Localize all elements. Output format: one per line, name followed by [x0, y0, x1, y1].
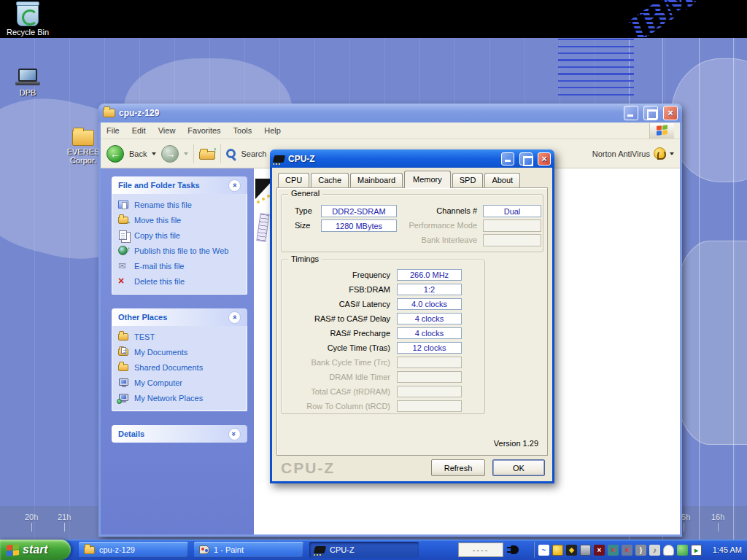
- file-tasks-body: Rename this file → Move this file Copy t…: [112, 194, 247, 295]
- timing-value: [397, 357, 462, 368]
- place-my-documents[interactable]: My Documents: [118, 347, 244, 357]
- chevron-up-icon[interactable]: »: [228, 179, 241, 192]
- back-icon[interactable]: ←: [107, 145, 124, 163]
- taskbar: start cpu-z-129 1 - Paint CPU-Z ---- ~ ◆…: [0, 540, 747, 560]
- chevron-down-icon[interactable]: »: [228, 428, 241, 440]
- explorer-titlebar[interactable]: cpu-z-129 ×: [98, 104, 682, 122]
- place-shared-documents[interactable]: Shared Documents: [118, 362, 244, 373]
- channels-label: Channels #: [404, 205, 477, 217]
- menu-view[interactable]: View: [158, 126, 176, 135]
- refresh-button[interactable]: Refresh: [431, 459, 485, 476]
- search-icon[interactable]: [226, 149, 236, 158]
- place-test[interactable]: TEST: [118, 332, 244, 342]
- ibm-logo-stripes: [557, 0, 747, 38]
- tray-remote-audio-icon[interactable]: ): [635, 545, 646, 556]
- tray-volume-icon[interactable]: ♪: [649, 545, 660, 556]
- recycle-bin-icon: [17, 3, 39, 26]
- file-tasks-header[interactable]: File and Folder Tasks »: [112, 176, 247, 194]
- task-publish-file[interactable]: ↑ Publish this file to the Web: [118, 246, 244, 256]
- task-delete-file[interactable]: × Delete this file: [118, 276, 244, 287]
- timing-row: Total CAS# (tRDRAM): [286, 386, 480, 397]
- task-pane: File and Folder Tasks » Rename this file…: [101, 168, 254, 534]
- norton-antivirus-button[interactable]: Norton AntiVirus: [592, 147, 674, 160]
- tray-blocked-icon[interactable]: ×: [594, 545, 605, 556]
- tab-cache[interactable]: Cache: [311, 173, 349, 187]
- timezone-label: 20h: [25, 513, 38, 521]
- timing-row: Cycle Time (Tras) 12 clocks: [286, 342, 480, 354]
- timings-groupbox: Timings Frequency 266.0 MHz FSB:DRAM 1:2…: [281, 260, 485, 414]
- start-button[interactable]: start: [0, 540, 71, 560]
- size-label: Size: [295, 219, 310, 232]
- maximize-button[interactable]: [643, 106, 658, 120]
- tray-computer-offline-icon[interactable]: ×: [622, 545, 632, 556]
- place-my-network[interactable]: My Network Places: [118, 393, 244, 403]
- tab-mainboard[interactable]: Mainboard: [350, 173, 403, 187]
- forward-icon[interactable]: →: [161, 145, 179, 163]
- taskbar-button-paint[interactable]: 1 - Paint: [194, 542, 303, 558]
- taskbar-clock[interactable]: 1:45 AM: [713, 540, 742, 560]
- cpuz-watermark: CPU-Z: [281, 459, 335, 477]
- search-label[interactable]: Search: [241, 149, 266, 158]
- timing-label: Total CAS# (tRDRAM): [286, 387, 397, 396]
- task-copy-file[interactable]: Copy this file: [118, 230, 244, 241]
- back-label[interactable]: Back: [129, 149, 147, 158]
- task-email-file[interactable]: ✉ E-mail this file: [118, 261, 244, 271]
- menu-tools[interactable]: Tools: [233, 126, 252, 135]
- close-button[interactable]: ×: [663, 106, 678, 120]
- tab-cpu[interactable]: CPU: [278, 173, 309, 187]
- menu-file[interactable]: File: [107, 126, 120, 135]
- task-rename-file[interactable]: Rename this file: [118, 200, 244, 210]
- menu-favorites[interactable]: Favorites: [187, 126, 220, 135]
- timing-row: RAS# to CAS# Delay 4 clocks: [286, 313, 480, 324]
- menu-help[interactable]: Help: [264, 126, 281, 135]
- timing-label: Bank Cycle Time (Trc): [286, 358, 397, 367]
- tray-users-offline-icon[interactable]: ×: [608, 545, 619, 556]
- ac-plug-icon[interactable]: [511, 545, 519, 554]
- panel-title: Details: [118, 429, 144, 438]
- tray-separator: [533, 542, 535, 558]
- tab-spd[interactable]: SPD: [452, 173, 484, 187]
- menu-edit[interactable]: Edit: [132, 126, 146, 135]
- timings-rows: Frequency 266.0 MHz FSB:DRAM 1:2 CAS# La…: [286, 269, 480, 412]
- file-icon[interactable]: [256, 213, 269, 241]
- tray-wave-icon[interactable]: ~: [538, 545, 549, 556]
- minimize-button[interactable]: [501, 152, 514, 166]
- task-move-file[interactable]: → Move this file: [118, 215, 244, 225]
- place-my-computer[interactable]: My Computer: [118, 378, 244, 388]
- minimize-button[interactable]: [624, 106, 638, 120]
- tab-memory[interactable]: Memory: [404, 171, 451, 188]
- timing-row: FSB:DRAM 1:2: [286, 284, 480, 295]
- window-title: CPU-Z: [288, 154, 496, 164]
- ok-button[interactable]: OK: [492, 459, 545, 476]
- battery-meter[interactable]: ----: [458, 542, 503, 557]
- forward-dropdown-icon[interactable]: [184, 152, 188, 155]
- desktop-icon-dpb[interactable]: DPB: [4, 69, 51, 97]
- taskbar-button-cpuz[interactable]: CPU-Z: [309, 542, 419, 558]
- rename-icon: [118, 200, 129, 210]
- up-folder-icon[interactable]: ↑: [199, 148, 215, 160]
- version-text: Version 1.29: [494, 439, 538, 448]
- system-tray: ~ ◆ × × × ) ♪ ▸: [538, 540, 702, 560]
- desktop-icon-recycle-bin[interactable]: Recycle Bin: [4, 3, 51, 36]
- tray-network-icon[interactable]: [580, 545, 591, 556]
- other-places-header[interactable]: Other Places »: [112, 308, 247, 326]
- taskbar-button-explorer[interactable]: cpu-z-129: [79, 542, 188, 558]
- tray-norton-icon[interactable]: [552, 545, 563, 556]
- cpuz-titlebar[interactable]: CPU-Z ×: [270, 149, 554, 168]
- details-header[interactable]: Details »: [112, 425, 247, 443]
- tray-sprout-icon[interactable]: [677, 545, 688, 556]
- maximize-button[interactable]: [519, 152, 533, 166]
- wallpaper-line: [699, 38, 700, 540]
- desktop-icon-label: Recycle Bin: [4, 28, 51, 36]
- close-button[interactable]: ×: [538, 152, 551, 166]
- tray-capture-icon[interactable]: ▸: [691, 545, 702, 556]
- timing-row: Frequency 266.0 MHz: [286, 269, 480, 281]
- back-dropdown-icon[interactable]: [152, 152, 156, 155]
- chevron-up-icon[interactable]: »: [228, 311, 241, 324]
- type-label: Type: [295, 205, 312, 217]
- tray-diamond-icon[interactable]: ◆: [566, 545, 577, 556]
- tray-ghost-icon[interactable]: [663, 545, 674, 556]
- tab-about[interactable]: About: [484, 173, 520, 187]
- performance-mode-value: [483, 219, 541, 232]
- wallpaper-landmass: [675, 241, 747, 445]
